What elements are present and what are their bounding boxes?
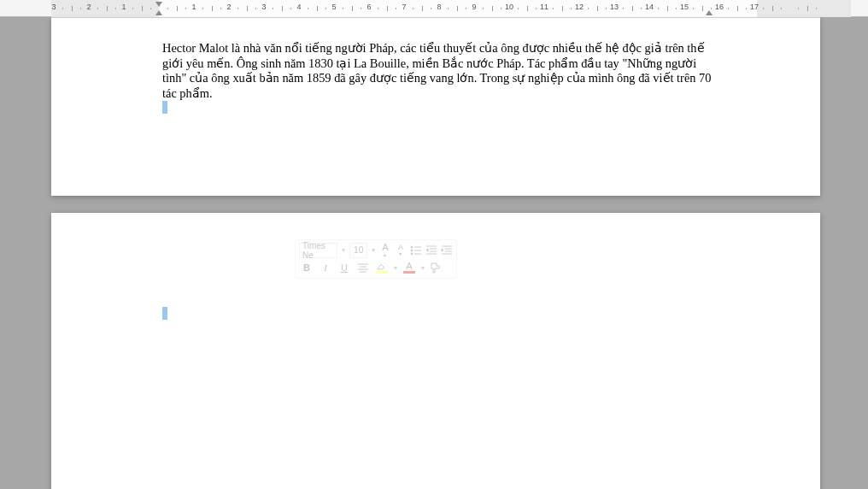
ruler-tick-quarter bbox=[571, 8, 572, 9]
chevron-down-icon[interactable]: ▾ bbox=[393, 264, 398, 272]
page-1[interactable]: Hector Malot là nhà văn nổi tiếng người … bbox=[51, 17, 820, 196]
ruler-tick-quarter bbox=[97, 8, 98, 9]
italic-button[interactable]: I bbox=[318, 260, 333, 275]
ruler-tick-quarter bbox=[641, 8, 642, 9]
ruler-number: 1 bbox=[121, 3, 126, 11]
ruler-tick-half bbox=[72, 6, 73, 11]
ruler-tick-quarter bbox=[448, 8, 449, 9]
ruler-tick-quarter bbox=[711, 8, 712, 9]
ruler-margin-right[interactable] bbox=[757, 0, 851, 17]
ruler-tick-quarter bbox=[80, 8, 81, 9]
paragraph-text[interactable]: Hector Malot là nhà văn nổi tiếng người … bbox=[162, 41, 711, 100]
ruler-tick-half bbox=[632, 6, 633, 11]
highlight-color-button[interactable] bbox=[374, 260, 390, 275]
ruler-number: 10 bbox=[505, 3, 513, 11]
ruler-tick-quarter bbox=[326, 8, 326, 9]
ruler-tick-half bbox=[772, 6, 773, 11]
chevron-down-icon[interactable]: ▾ bbox=[341, 246, 346, 254]
svg-marker-10 bbox=[426, 249, 428, 251]
ruler-tick-quarter bbox=[185, 8, 186, 9]
ruler-tick-quarter bbox=[518, 8, 519, 9]
increase-indent-button[interactable] bbox=[441, 243, 453, 258]
right-indent-marker[interactable] bbox=[706, 10, 713, 15]
format-painter-button[interactable] bbox=[429, 260, 441, 275]
svg-marker-15 bbox=[442, 249, 443, 251]
ruler-number: 4 bbox=[296, 3, 301, 11]
ruler-tick-quarter bbox=[255, 8, 256, 9]
ruler-tick-half bbox=[737, 6, 738, 11]
bullet-list-button[interactable] bbox=[410, 243, 422, 258]
ruler-tick-quarter bbox=[202, 8, 203, 9]
horizontal-ruler[interactable]: 3211234567891011121314151617 bbox=[0, 0, 868, 17]
chevron-down-icon[interactable]: ▾ bbox=[420, 264, 425, 272]
ruler-number: 1 bbox=[191, 3, 196, 11]
ruler-tick-quarter bbox=[623, 8, 624, 9]
ruler-tick-quarter bbox=[290, 8, 291, 9]
bold-button[interactable]: B bbox=[299, 260, 314, 275]
ruler-margin-left[interactable] bbox=[51, 0, 159, 17]
ruler-tick-quarter bbox=[150, 8, 151, 9]
ruler-tick-half bbox=[212, 6, 213, 11]
ruler-tick-quarter bbox=[167, 8, 168, 9]
ruler-number: 13 bbox=[610, 3, 619, 11]
ruler-tick-quarter bbox=[816, 8, 817, 9]
underline-button[interactable]: U bbox=[337, 260, 352, 275]
svg-point-0 bbox=[411, 246, 413, 248]
ruler-tick-half bbox=[352, 6, 353, 11]
text-selection-marker bbox=[162, 307, 167, 320]
ruler-tick-half bbox=[282, 6, 283, 11]
ruler-tick-quarter bbox=[781, 8, 782, 9]
ruler-tick-quarter bbox=[308, 8, 308, 9]
align-center-button[interactable] bbox=[355, 260, 371, 275]
mini-formatting-toolbar[interactable]: Times Ne ▾ 10 ▾ A▴ A▾ B I U bbox=[295, 239, 457, 279]
ruler-number: 3 bbox=[51, 3, 56, 11]
ruler-number: 12 bbox=[575, 3, 584, 11]
ruler-tick-quarter bbox=[413, 8, 413, 9]
grow-font-button[interactable]: A▴ bbox=[379, 243, 391, 258]
font-name-combo[interactable]: Times Ne bbox=[299, 243, 337, 258]
svg-point-2 bbox=[411, 250, 413, 251]
ruler-tick-quarter bbox=[343, 8, 343, 9]
ruler-tick-half bbox=[317, 6, 318, 11]
font-size-combo[interactable]: 10 bbox=[349, 243, 367, 258]
ruler-tick-quarter bbox=[553, 8, 554, 9]
ruler-tick-half bbox=[387, 6, 388, 11]
ruler-tick-half bbox=[492, 6, 493, 11]
ruler-tick-quarter bbox=[483, 8, 484, 9]
ruler-tick-quarter bbox=[132, 8, 133, 9]
document-workspace[interactable]: Hector Malot là nhà văn nổi tiếng người … bbox=[0, 17, 868, 489]
ruler-tick-quarter bbox=[536, 8, 537, 9]
ruler-number: 15 bbox=[680, 3, 689, 11]
ruler-tick-quarter bbox=[361, 8, 361, 9]
ruler-tick-quarter bbox=[62, 8, 63, 9]
ruler-tick-half bbox=[597, 6, 598, 11]
ruler-tick-half bbox=[702, 6, 703, 11]
ruler-tick-quarter bbox=[658, 8, 659, 9]
ruler-tick-quarter bbox=[238, 8, 238, 9]
ruler-number: 3 bbox=[261, 3, 266, 11]
ruler-tick-quarter bbox=[606, 8, 607, 9]
ruler-tick-quarter bbox=[501, 8, 501, 9]
ruler-tick-half bbox=[562, 6, 563, 11]
chevron-down-icon[interactable]: ▾ bbox=[371, 246, 376, 254]
ruler-tick-quarter bbox=[746, 8, 747, 9]
ruler-number: 7 bbox=[402, 3, 406, 11]
page-1-body[interactable]: Hector Malot là nhà văn nổi tiếng người … bbox=[162, 41, 718, 116]
font-color-swatch bbox=[403, 271, 415, 274]
ruler-tick-half bbox=[667, 6, 668, 11]
ruler-tick-quarter bbox=[763, 8, 764, 9]
decrease-indent-button[interactable] bbox=[425, 243, 437, 258]
highlight-color-swatch bbox=[376, 271, 388, 274]
ruler-tick-half bbox=[177, 6, 178, 11]
ruler-tick-half bbox=[107, 6, 108, 11]
ruler-tick-quarter bbox=[396, 8, 396, 9]
ruler-tick-quarter bbox=[431, 8, 431, 9]
ruler-tick-quarter bbox=[798, 8, 799, 9]
page-2-body[interactable] bbox=[162, 307, 718, 322]
ruler-tick-half bbox=[457, 6, 458, 11]
font-color-button[interactable]: A bbox=[402, 260, 417, 275]
shrink-font-button[interactable]: A▾ bbox=[395, 243, 407, 258]
ruler-tick-quarter bbox=[728, 8, 729, 9]
ruler-tick-quarter bbox=[466, 8, 466, 9]
ruler-tick-half bbox=[142, 6, 143, 11]
